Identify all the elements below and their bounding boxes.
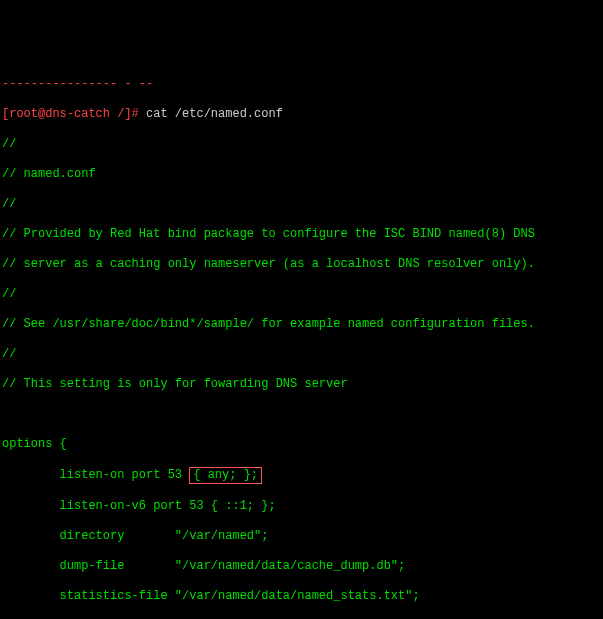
file-line: // [2, 287, 601, 302]
file-line: // named.conf [2, 167, 601, 182]
file-line: // [2, 197, 601, 212]
file-line: directory "/var/named"; [2, 529, 601, 544]
file-line: // Provided by Red Hat bind package to c… [2, 227, 601, 242]
command-text: cat /etc/named.conf [146, 107, 283, 121]
file-line: // [2, 137, 601, 152]
prompt-line: [root@dns-catch /]# cat /etc/named.conf [2, 107, 601, 122]
file-line: listen-on-v6 port 53 { ::1; }; [2, 499, 601, 514]
file-line-listen-on: listen-on port 53 { any; }; [2, 467, 601, 484]
file-line: dump-file "/var/named/data/cache_dump.db… [2, 559, 601, 574]
shell-prompt: [root@dns-catch /]# [2, 107, 139, 121]
truncated-line: ---------------- - -- [2, 77, 601, 92]
terminal-output: ---------------- - -- [root@dns-catch /]… [2, 62, 601, 619]
file-line [2, 407, 601, 422]
file-line: statistics-file "/var/named/data/named_s… [2, 589, 601, 604]
file-line: options { [2, 437, 601, 452]
file-line: // See /usr/share/doc/bind*/sample/ for … [2, 317, 601, 332]
file-line: // server as a caching only nameserver (… [2, 257, 601, 272]
file-line: // [2, 347, 601, 362]
file-line: // This setting is only for fowarding DN… [2, 377, 601, 392]
highlighted-any-1: { any; }; [189, 467, 262, 484]
